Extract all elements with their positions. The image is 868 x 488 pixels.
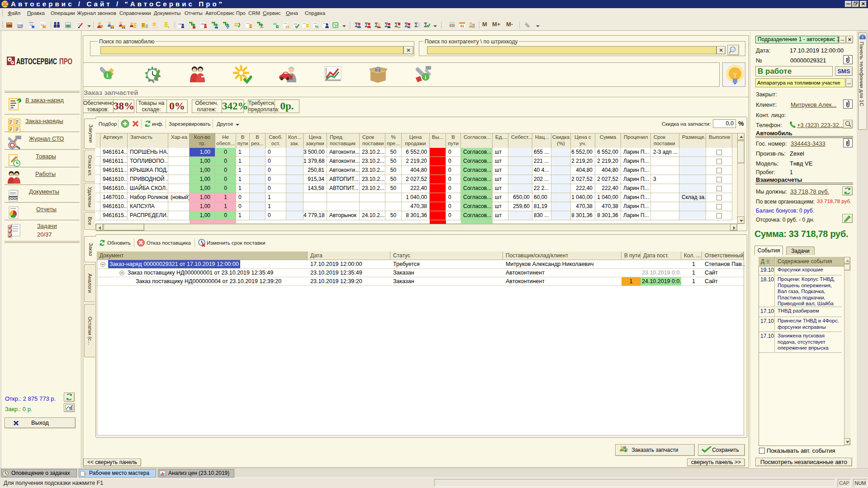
svg-text:1C: 1C [3, 2, 9, 7]
svg-text:%: % [315, 24, 318, 28]
svg-text:ПРО: ПРО [59, 57, 72, 66]
svg-text:DOC: DOC [9, 196, 18, 200]
svg-text:31: 31 [460, 24, 464, 28]
svg-text:АВТОСЕРВИС: АВТОСЕРВИС [16, 57, 57, 66]
svg-text:i: i [107, 72, 109, 79]
